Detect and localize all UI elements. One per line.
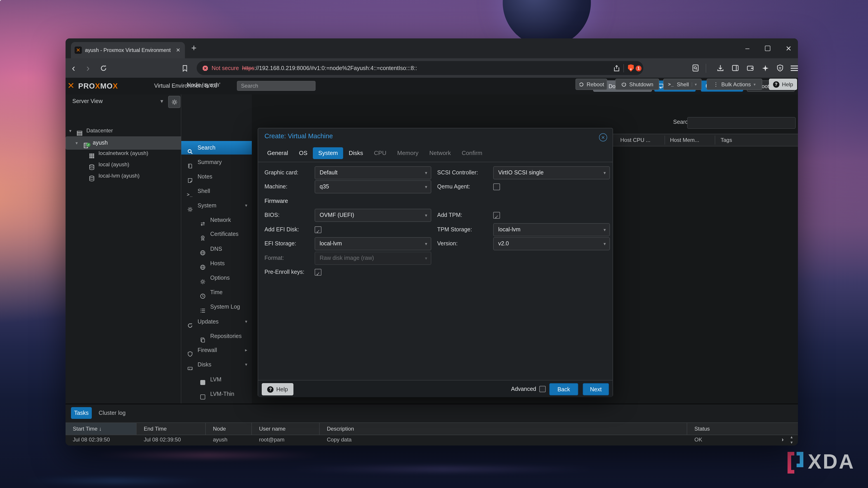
storage-icon xyxy=(89,173,95,184)
leo-ai-icon[interactable] xyxy=(762,58,769,78)
menu-item-system-log[interactable]: System Log xyxy=(181,300,252,314)
menu-item-disks[interactable]: Disks ▾ xyxy=(181,358,252,371)
caret-down-icon[interactable]: ▾ xyxy=(245,358,247,371)
machine-select[interactable]: q35▾ xyxy=(315,180,431,193)
tab-cluster-log[interactable]: Cluster log xyxy=(95,407,129,419)
tab-close-icon[interactable]: ✕ xyxy=(175,47,181,53)
url-text[interactable]: https://192.168.0.219:8006/#v1:0:=node%2… xyxy=(242,65,610,71)
column-node[interactable]: Node xyxy=(206,423,252,435)
column-tags[interactable]: Tags xyxy=(721,134,732,146)
advanced-checkbox[interactable] xyxy=(539,386,546,392)
tree-item-local-storage[interactable]: local (ayush) xyxy=(66,159,181,170)
menu-item-summary[interactable]: Summary xyxy=(181,156,252,169)
reload-button[interactable] xyxy=(100,58,107,78)
caret-right-icon[interactable]: ▸ xyxy=(245,344,247,357)
column-end-time[interactable]: End Time xyxy=(136,423,206,435)
tpm-version-select[interactable]: v2.0▾ xyxy=(493,237,610,250)
reboot-button[interactable]: Reboot xyxy=(576,78,607,90)
caret-down-icon[interactable]: ▾ xyxy=(75,137,78,149)
grid-search-input[interactable] xyxy=(687,117,796,129)
scroll-up-icon[interactable]: ▲ xyxy=(790,435,794,439)
column-description[interactable]: Description xyxy=(320,423,687,435)
efi-storage-select[interactable]: local-lvm▾ xyxy=(315,237,431,250)
column-user-name[interactable]: User name xyxy=(252,423,320,435)
menu-item-options[interactable]: Options xyxy=(181,271,252,285)
menu-item-updates[interactable]: Updates ▾ xyxy=(181,315,252,328)
menu-item-time[interactable]: Time xyxy=(181,286,252,299)
tab-cpu: CPU xyxy=(368,147,392,159)
sidebar-toggle-icon[interactable] xyxy=(732,58,739,78)
tab-system[interactable]: System xyxy=(313,147,343,159)
tree-settings-button[interactable] xyxy=(168,96,180,108)
tab-os[interactable]: OS xyxy=(293,147,313,159)
window-close-button[interactable]: ✕ xyxy=(785,44,792,53)
browser-tab[interactable]: ✕ ayush - Proxmox Virtual Environment ✕ xyxy=(71,42,185,58)
caret-down-icon[interactable]: ▾ xyxy=(245,315,247,328)
qemu-agent-checkbox[interactable] xyxy=(493,184,500,190)
menu-item-certificates[interactable]: Certificates xyxy=(181,227,252,241)
brave-shields-icon[interactable] xyxy=(627,64,635,72)
menu-item-dns[interactable]: DNS xyxy=(181,242,252,256)
tree-item-local-lvm-storage[interactable]: local-lvm (ayush) xyxy=(66,170,181,182)
menu-item-search[interactable]: Search xyxy=(181,141,252,155)
menu-item-notes[interactable]: Notes xyxy=(181,170,252,184)
tab-disks[interactable]: Disks xyxy=(343,147,369,159)
column-host-cpu[interactable]: Host CPU ... xyxy=(620,134,650,146)
menu-hamburger-icon[interactable] xyxy=(791,58,798,78)
chevron-down-icon[interactable]: ▾ xyxy=(692,82,697,87)
xda-logo-text: XDA xyxy=(808,452,855,472)
tpm-storage-select[interactable]: local-lvm▾ xyxy=(493,223,610,236)
search-tabs-icon[interactable] xyxy=(692,58,700,78)
scroll-down-icon[interactable]: ▼ xyxy=(790,441,794,445)
back-button[interactable]: Back xyxy=(549,383,578,395)
menu-item-shell[interactable]: >_ Shell xyxy=(181,184,252,198)
dialog-close-icon[interactable]: ✕ xyxy=(599,133,607,141)
window-minimize-button[interactable]: – xyxy=(745,44,749,53)
downloads-icon[interactable] xyxy=(717,58,724,78)
add-efi-disk-checkbox[interactable] xyxy=(315,226,321,233)
menu-item-lvm-thin[interactable]: LVM-Thin xyxy=(181,387,252,401)
graphic-card-select[interactable]: Default▾ xyxy=(315,166,431,180)
view-selector[interactable]: Server View ▾ xyxy=(67,96,167,107)
row-chevron-icon[interactable]: › xyxy=(782,434,784,445)
tab-tasks[interactable]: Tasks xyxy=(71,407,92,419)
node-online-icon: ✓ xyxy=(86,143,90,147)
menu-item-lvm[interactable]: LVM xyxy=(181,373,252,386)
bios-select[interactable]: OVMF (UEFI)▾ xyxy=(315,209,431,222)
window-maximize-button[interactable] xyxy=(765,46,770,51)
add-tpm-checkbox[interactable] xyxy=(493,212,500,219)
bookmark-icon[interactable] xyxy=(181,58,188,78)
forward-button[interactable]: › xyxy=(86,58,90,78)
node-help-button[interactable]: ? Help xyxy=(769,78,797,90)
menu-item-hosts[interactable]: Hosts xyxy=(181,257,252,270)
task-row[interactable]: Jul 08 02:39:50 Jul 08 02:39:50 ayush ro… xyxy=(66,434,798,445)
sort-desc-icon: ↓ xyxy=(99,426,102,432)
caret-down-icon[interactable]: ▾ xyxy=(69,125,71,136)
tab-general[interactable]: General xyxy=(262,147,293,159)
bulk-actions-button[interactable]: ⋮ Bulk Actions ▾ xyxy=(707,78,762,90)
dialog-help-button[interactable]: ? Help xyxy=(262,383,293,395)
vpn-shield-icon[interactable] xyxy=(776,58,784,78)
address-bar[interactable]: Not secure https://192.168.0.219:8006/#v… xyxy=(197,61,643,75)
new-tab-button[interactable]: + xyxy=(191,43,196,53)
column-start-time[interactable]: Start Time ↓ xyxy=(66,423,136,435)
menu-item-firewall[interactable]: Firewall ▸ xyxy=(181,344,252,357)
tree-item-datacenter[interactable]: ▾ Datacenter xyxy=(66,125,181,136)
column-status[interactable]: Status xyxy=(687,423,788,435)
back-button[interactable]: ‹ xyxy=(72,58,75,78)
caret-down-icon[interactable]: ▾ xyxy=(245,199,247,213)
shutdown-button[interactable]: Shutdown xyxy=(615,78,659,90)
menu-item-system[interactable]: System ▾ xyxy=(181,199,252,213)
column-host-mem[interactable]: Host Mem... xyxy=(670,134,699,146)
pre-enroll-keys-checkbox[interactable] xyxy=(315,269,321,275)
tree-item-localnetwork[interactable]: localnetwork (ayush) xyxy=(66,148,181,159)
menu-item-repositories[interactable]: Repositories xyxy=(181,329,252,343)
tpm-storage-label: TPM Storage: xyxy=(437,223,472,236)
next-button[interactable]: Next xyxy=(583,383,609,395)
global-search-input[interactable] xyxy=(237,81,315,91)
shell-button[interactable]: >_ Shell ▾ xyxy=(663,78,702,90)
wallet-icon[interactable] xyxy=(746,58,754,78)
menu-item-network[interactable]: Network xyxy=(181,213,252,227)
share-icon[interactable] xyxy=(613,64,620,72)
scsi-controller-select[interactable]: VirtIO SCSI single▾ xyxy=(493,166,610,180)
